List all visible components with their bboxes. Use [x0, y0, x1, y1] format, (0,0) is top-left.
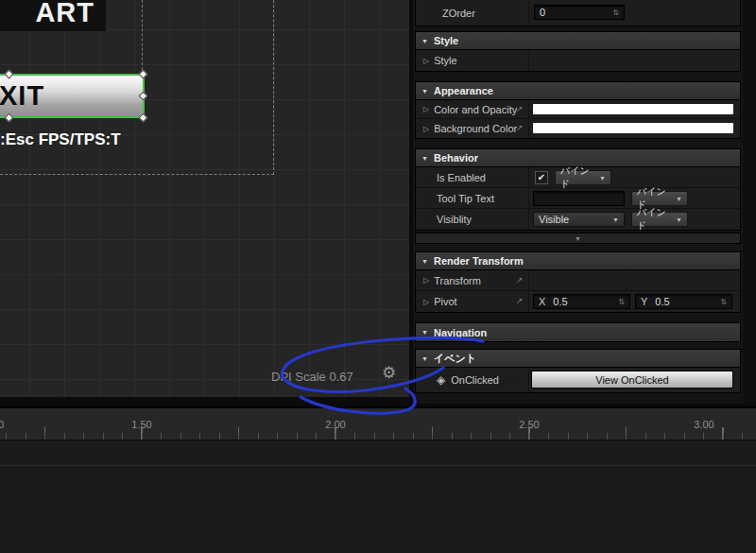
bind-arrow-icon: ↗	[516, 296, 524, 305]
ruler-tick-label: 1.50	[131, 419, 151, 430]
zorder-input[interactable]: 0 ⇅	[534, 5, 625, 20]
section-appearance: ▼ Appearance ▷ Color and Opacity ↗ ▷ Bac…	[415, 81, 741, 139]
events-header-label: イベント	[434, 352, 476, 366]
events-header[interactable]: ▼ イベント	[416, 350, 740, 368]
designer-canvas[interactable]: ART XIT :Esc FPS/TPS:T DPI Scale 0.67 ⚙	[0, 0, 409, 397]
expander-open-icon: ▼	[421, 88, 428, 95]
dpi-scale-label: DPI Scale 0.67	[271, 370, 353, 384]
spinner-icon: ⇅	[612, 9, 619, 17]
visibility-row: Visiblity Visible ▼ バインド ▼	[416, 209, 740, 230]
background-color-swatch[interactable]	[533, 123, 733, 133]
color-and-opacity-label: Color and Opacity	[434, 104, 517, 115]
style-row-label: Style	[434, 55, 456, 66]
exit-button-widget[interactable]: XIT	[0, 76, 143, 116]
ruler-tick-label: 3.00	[694, 419, 713, 430]
expander-closed-icon[interactable]: ▷	[423, 298, 429, 306]
bind-button-label: バインド	[560, 164, 593, 191]
style-row: ▷ Style	[416, 50, 740, 71]
exit-button-label: XIT	[0, 80, 44, 112]
tooltip-bind-button[interactable]: バインド ▼	[631, 191, 688, 206]
tooltip-text-row: Tool Tip Text バインド ▼	[416, 188, 740, 209]
chevron-down-icon: ▼	[670, 216, 682, 223]
style-header-label: Style	[434, 35, 458, 46]
pivot-label: Pivot	[434, 296, 456, 307]
appearance-header-label: Appearance	[434, 85, 493, 96]
visibility-label: Visiblity	[416, 214, 472, 225]
tooltip-text-input[interactable]	[533, 191, 625, 206]
is-enabled-bind-button[interactable]: バインド ▼	[555, 170, 611, 185]
expander-open-icon: ▼	[421, 38, 428, 44]
chevron-down-icon: ▼	[670, 196, 682, 202]
hint-text-widget[interactable]: :Esc FPS/TPS:T	[0, 130, 121, 149]
render-transform-header-label: Render Transform	[434, 255, 524, 267]
is-enabled-row: Is Enabled ✔ バインド ▼	[416, 167, 740, 188]
ruler-minor-ticks	[0, 433, 756, 440]
background-color-label: Background Color	[434, 123, 517, 134]
transform-label: Transform	[434, 275, 481, 286]
timeline-ruler[interactable]: 0 1.50 2.00 2.50 3.00	[0, 408, 756, 441]
visibility-bind-button[interactable]: バインド ▼	[631, 212, 688, 227]
widget-bounds-vline	[142, 0, 143, 70]
visibility-dropdown[interactable]: Visible ▼	[533, 212, 625, 227]
bind-button-label: バインド	[637, 206, 670, 233]
bind-arrow-icon: ↗	[516, 104, 524, 113]
section-render-transform: ▼ Render Transform ▷ Transform ↗ ▷ Pivot…	[415, 251, 741, 313]
ruler-tick-label: 2.50	[519, 419, 539, 430]
render-transform-header[interactable]: ▼ Render Transform	[416, 252, 740, 270]
exit-button-selection[interactable]: XIT	[0, 74, 145, 118]
section-style: ▼ Style ▷ Style	[415, 31, 741, 72]
pivot-x-axis-label: X	[539, 296, 545, 307]
appearance-header[interactable]: ▼ Appearance	[416, 82, 740, 100]
navigation-header-label: Navigation	[434, 327, 487, 338]
view-onclicked-label: View OnClicked	[595, 374, 668, 386]
ruler-tick-label: 2.00	[325, 419, 345, 430]
pivot-x-input[interactable]: X 0.5 ⇅	[533, 294, 630, 309]
expander-closed-icon[interactable]: ▷	[423, 105, 429, 113]
section-zorder: ZOrder 0 ⇅	[415, 0, 741, 26]
color-and-opacity-swatch[interactable]	[533, 104, 733, 114]
section-behavior: ▼ Behavior Is Enabled ✔ バインド ▼ Tool Tip …	[415, 148, 741, 231]
chevron-down-icon: ▼	[607, 216, 619, 223]
zorder-value: 0	[540, 7, 545, 18]
transform-row: ▷ Transform ↗	[416, 270, 740, 291]
chevron-down-icon: ▼	[593, 175, 606, 181]
expander-open-icon: ▼	[421, 258, 428, 265]
animation-timeline: 0 1.50 2.00 2.50 3.00	[0, 406, 756, 553]
details-panel: ZOrder 0 ⇅ ▼ Style ▷ Style	[413, 0, 756, 404]
background-color-row: ▷ Background Color ↗	[416, 119, 740, 138]
umg-designer-window: ART XIT :Esc FPS/TPS:T DPI Scale 0.67 ⚙ …	[0, 0, 756, 553]
zorder-row: ZOrder 0 ⇅	[416, 0, 740, 26]
pivot-y-axis-label: Y	[641, 296, 647, 307]
is-enabled-checkbox[interactable]: ✔	[535, 171, 548, 184]
expander-closed-icon[interactable]: ▷	[423, 276, 429, 285]
event-delegate-icon: ◈	[437, 373, 445, 387]
expander-closed-icon[interactable]: ▷	[423, 125, 429, 133]
bind-arrow-icon: ↗	[516, 275, 524, 285]
advanced-expander[interactable]: ▼	[415, 233, 741, 244]
expander-open-icon: ▼	[421, 329, 428, 336]
tooltip-text-label: Tool Tip Text	[416, 193, 494, 204]
onclicked-row: ◈ OnClicked View OnClicked	[416, 368, 740, 392]
is-enabled-label: Is Enabled	[416, 172, 486, 183]
expander-open-icon: ▼	[421, 155, 428, 162]
color-and-opacity-row: ▷ Color and Opacity ↗	[416, 100, 740, 119]
pivot-x-value: 0.5	[553, 296, 567, 307]
visibility-value: Visible	[539, 214, 569, 225]
style-header[interactable]: ▼ Style	[416, 32, 740, 50]
expander-open-icon: ▼	[421, 355, 428, 362]
section-navigation: ▼ Navigation	[415, 322, 741, 342]
view-onclicked-button[interactable]: View OnClicked	[531, 371, 733, 389]
behavior-header-label: Behavior	[434, 152, 478, 164]
navigation-header[interactable]: ▼ Navigation	[416, 323, 740, 341]
ruler-tick-label: 0	[0, 419, 4, 430]
gear-icon[interactable]: ⚙	[382, 363, 396, 383]
spinner-icon: ⇅	[720, 298, 727, 306]
expander-closed-icon[interactable]: ▷	[423, 57, 429, 65]
panel-scrollbar[interactable]	[743, 0, 756, 404]
start-button-widget[interactable]: ART	[0, 0, 106, 31]
bind-arrow-icon: ↗	[516, 123, 524, 132]
pivot-row: ▷ Pivot ↗ X 0.5 ⇅ Y 0.5 ⇅	[416, 291, 740, 312]
pivot-y-value: 0.5	[655, 296, 669, 307]
onclicked-label: OnClicked	[451, 374, 499, 386]
pivot-y-input[interactable]: Y 0.5 ⇅	[635, 294, 732, 309]
